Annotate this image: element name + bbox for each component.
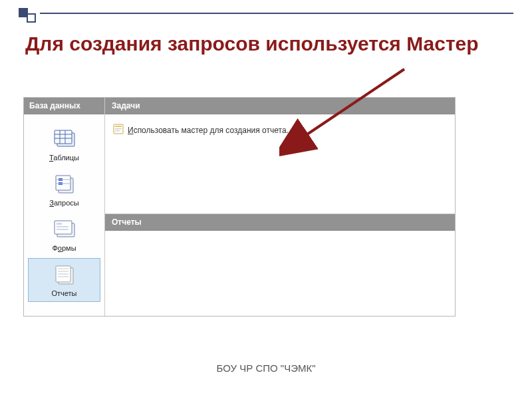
svg-rect-25 [115, 128, 122, 130]
svg-rect-26 [115, 130, 120, 132]
sidebar-item-label: Запросы [49, 199, 78, 207]
decor-square-outline [27, 13, 36, 23]
svg-rect-16 [57, 229, 68, 230]
reports-header: Отчеты [105, 214, 455, 231]
task-link-label: Использовать мастер для создания отчета.… [128, 126, 293, 135]
sidebar-item-label: Таблицы [49, 154, 79, 162]
wizard-icon [113, 124, 124, 136]
svg-rect-24 [115, 126, 122, 127]
tables-icon [51, 127, 78, 152]
tasks-header: Задачи [105, 98, 455, 114]
queries-icon [51, 172, 78, 198]
sidebar-item-label: Формы [52, 244, 76, 252]
sidebar: База данных Таблицы [24, 98, 105, 316]
tasks-body: Использовать мастер для создания отчета.… [105, 114, 455, 214]
forms-icon [51, 217, 78, 243]
slide-footer: БОУ ЧР СПО "ЧЭМК" [0, 362, 532, 374]
task-wizard-create-report[interactable]: Использовать мастер для создания отчета.… [113, 124, 447, 136]
reports-icon [51, 263, 78, 288]
slide-title: Для создания запросов используется Масте… [25, 32, 505, 56]
sidebar-items: Таблицы Запросы [24, 114, 104, 316]
reports-body [105, 231, 455, 316]
sidebar-item-forms[interactable]: Формы [28, 213, 100, 257]
svg-rect-1 [55, 130, 72, 144]
sidebar-item-queries[interactable]: Запросы [28, 168, 100, 211]
main-area: Задачи Использовать мастер для создания … [105, 98, 455, 316]
svg-rect-7 [56, 176, 70, 190]
sidebar-item-tables[interactable]: Таблицы [28, 122, 100, 166]
svg-rect-15 [57, 226, 68, 227]
svg-rect-14 [57, 223, 62, 225]
sidebar-item-reports[interactable]: Отчеты [28, 258, 100, 302]
sidebar-header: База данных [24, 98, 104, 114]
sidebar-item-label: Отчеты [51, 289, 76, 297]
decor-top-line [40, 13, 513, 14]
database-panel: База данных Таблицы [23, 97, 456, 317]
